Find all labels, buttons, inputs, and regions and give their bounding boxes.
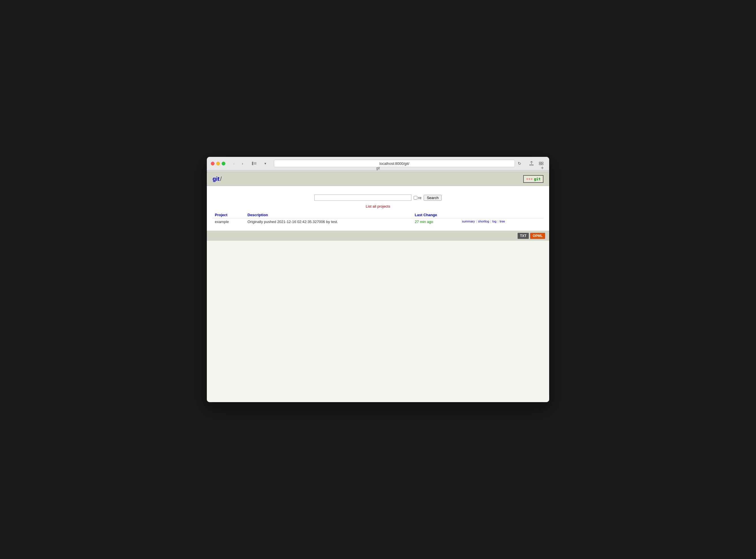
re-checkbox-label: re <box>414 196 422 200</box>
cgit-footer: TXT OPML <box>207 231 549 241</box>
link-separator: | <box>475 220 477 223</box>
back-button[interactable]: ‹ <box>230 161 238 166</box>
cgit-title-slash: / <box>220 176 222 182</box>
last-change-col-link[interactable]: Last Change <box>415 213 437 217</box>
tab-bar: git + <box>207 170 549 172</box>
sidebar-button[interactable] <box>249 160 259 166</box>
table-header-row: Project Description Last Change <box>213 211 543 219</box>
address-bar[interactable] <box>274 160 515 167</box>
cgit-header: git/ +++git <box>207 172 549 186</box>
project-link-log[interactable]: log <box>492 220 497 223</box>
share-button[interactable] <box>528 160 535 166</box>
project-name-cell: example <box>213 219 245 225</box>
description-col-link[interactable]: Description <box>248 213 268 217</box>
col-links-header <box>460 211 543 219</box>
project-col-link[interactable]: Project <box>215 213 227 217</box>
link-separator: | <box>490 220 492 223</box>
main-area: re Search List all projects Project Desc… <box>207 186 549 231</box>
reload-button[interactable]: ↻ <box>516 160 523 167</box>
opml-button[interactable]: OPML <box>530 233 545 239</box>
minimize-button[interactable] <box>216 162 220 165</box>
list-all-link-area: List all projects <box>213 202 543 211</box>
logo-name: git <box>534 177 541 181</box>
svg-rect-3 <box>254 164 257 164</box>
cgit-title-area: git/ <box>213 176 222 182</box>
link-separator: | <box>497 220 499 223</box>
list-all-projects-link[interactable]: List all projects <box>366 204 390 208</box>
tab-title: git <box>376 166 380 172</box>
re-label: re <box>418 196 422 200</box>
new-tab-button[interactable]: + <box>539 165 545 171</box>
svg-rect-7 <box>541 164 543 165</box>
col-project-header: Project <box>213 211 245 219</box>
svg-rect-5 <box>541 162 543 163</box>
project-links-cell: summary | shortlog | log | tree <box>460 219 543 225</box>
svg-rect-4 <box>539 162 541 163</box>
project-link-tree[interactable]: tree <box>499 220 505 223</box>
svg-rect-6 <box>539 164 541 165</box>
project-desc-cell: Originally pushed 2021-12-16 02:42:35.32… <box>245 219 413 225</box>
project-last-change-cell: 27 min ago <box>413 219 460 225</box>
svg-rect-2 <box>254 163 257 164</box>
cgit-logo: +++git <box>523 175 543 183</box>
svg-rect-0 <box>252 162 253 165</box>
close-button[interactable] <box>211 162 215 165</box>
table-row: exampleOriginally pushed 2021-12-16 02:4… <box>213 219 543 225</box>
page-content: git/ +++git re Search List all projects <box>207 172 549 402</box>
project-table: Project Description Last Change exampleO… <box>213 211 543 225</box>
txt-button[interactable]: TXT <box>517 233 529 239</box>
search-input[interactable] <box>314 195 412 201</box>
col-description-header: Description <box>245 211 413 219</box>
browser-window: ‹ › ▼ ↻ <box>207 157 549 402</box>
logo-dots: +++ <box>526 177 533 181</box>
project-link-summary[interactable]: summary <box>462 220 475 223</box>
maximize-button[interactable] <box>222 162 225 165</box>
sidebar-dropdown-button[interactable]: ▼ <box>261 161 269 166</box>
traffic-lights <box>211 162 225 165</box>
col-last-change-header: Last Change <box>413 211 460 219</box>
re-checkbox[interactable] <box>414 196 417 200</box>
address-bar-container: ↻ <box>274 160 523 167</box>
project-link-shortlog[interactable]: shortlog <box>478 220 489 223</box>
svg-rect-1 <box>254 162 257 163</box>
search-button[interactable]: Search <box>424 195 442 201</box>
search-area: re Search <box>213 192 543 202</box>
forward-button[interactable]: › <box>239 161 246 166</box>
nav-buttons: ‹ › <box>230 161 246 166</box>
cgit-title-link[interactable]: git <box>213 176 219 182</box>
